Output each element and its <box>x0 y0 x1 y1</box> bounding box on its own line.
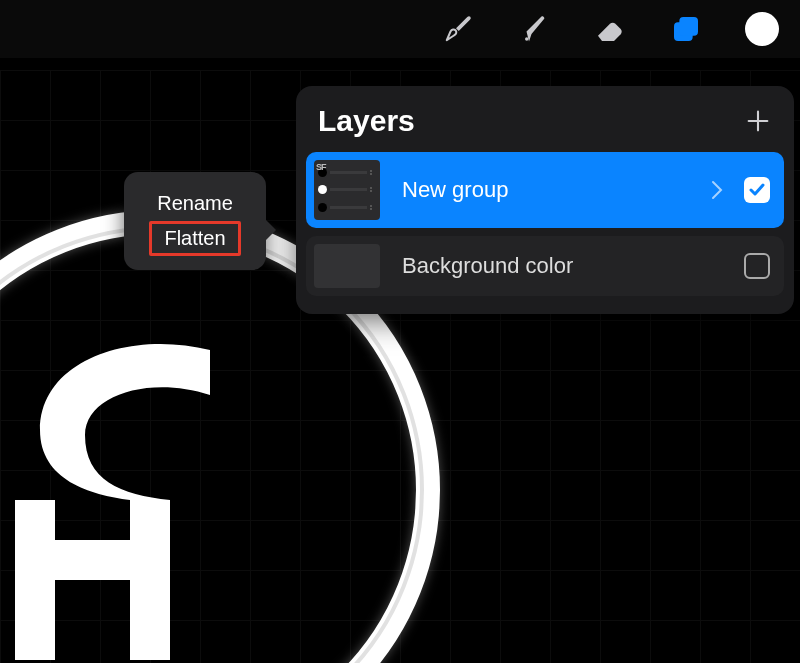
current-color-circle <box>745 12 779 46</box>
logo-sf-glyph <box>0 340 260 660</box>
eraser-icon[interactable] <box>592 11 628 47</box>
layers-icon[interactable] <box>668 11 704 47</box>
layer-group-name: New group <box>402 177 710 203</box>
plus-icon <box>744 107 772 135</box>
top-toolbar <box>0 0 800 58</box>
chevron-right-icon <box>710 179 724 201</box>
layers-panel-header: Layers <box>306 104 784 152</box>
layers-panel-title: Layers <box>318 104 415 138</box>
background-visibility-checkbox[interactable] <box>744 253 770 279</box>
color-chip[interactable] <box>744 11 780 47</box>
check-icon <box>748 181 766 199</box>
brush-icon[interactable] <box>440 11 476 47</box>
svg-point-0 <box>525 37 529 41</box>
background-color-thumbnail <box>314 244 380 288</box>
layer-group-row[interactable]: SF New group <box>306 152 784 228</box>
layer-group-thumbnail: SF <box>314 160 380 220</box>
context-rename[interactable]: Rename <box>135 186 255 221</box>
smudge-icon[interactable] <box>516 11 552 47</box>
layers-panel: Layers SF New group Background color <box>296 86 794 314</box>
svg-rect-2 <box>679 17 698 36</box>
add-layer-button[interactable] <box>744 107 772 135</box>
context-flatten[interactable]: Flatten <box>149 221 240 256</box>
background-color-row[interactable]: Background color <box>306 236 784 296</box>
background-color-label: Background color <box>402 253 744 279</box>
layer-visibility-checkbox[interactable] <box>744 177 770 203</box>
layer-context-menu: Rename Flatten <box>124 172 266 270</box>
